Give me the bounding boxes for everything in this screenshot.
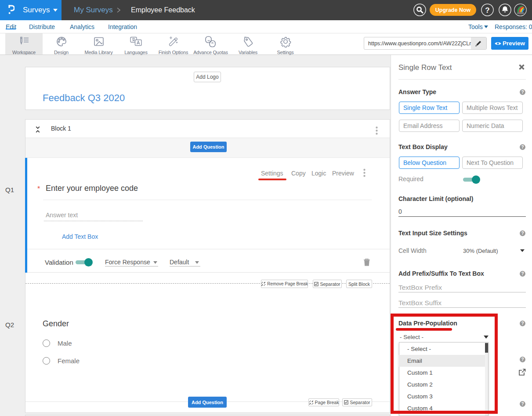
svg-text:?: ? (485, 6, 489, 15)
